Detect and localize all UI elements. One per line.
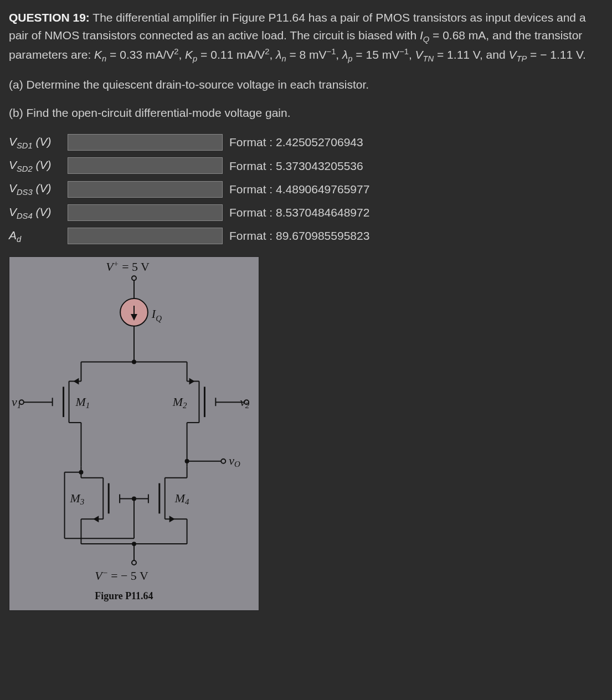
- svg-marker-18: [73, 378, 79, 385]
- answer-format-ad: Format : 89.670985595823: [227, 227, 603, 245]
- svg-text:Figure P11.64: Figure P11.64: [95, 590, 153, 601]
- answer-label-ad: Ad: [9, 227, 64, 245]
- answer-format-vds3: Format : 4.4890649765977: [227, 181, 603, 198]
- part-a-text: (a) Determine the quiescent drain-to-sou…: [9, 76, 603, 94]
- answer-label-vsd2: VSD2 (V): [9, 156, 64, 175]
- answer-label-vds4: VDS4 (V): [9, 203, 64, 222]
- part-b-text: (b) Find the open-circuit differential-m…: [9, 104, 603, 122]
- svg-text:vO: vO: [229, 454, 240, 469]
- svg-text:M1: M1: [75, 395, 90, 410]
- svg-text:V− = − 5 V: V− = − 5 V: [95, 568, 148, 583]
- svg-point-1: [132, 276, 136, 280]
- answer-input-vsd1[interactable]: [68, 134, 223, 151]
- answer-label-vsd1: VSD1 (V): [9, 133, 64, 152]
- svg-text:v1: v1: [12, 395, 21, 410]
- question-number: QUESTION 19:: [9, 11, 90, 24]
- answer-label-vds3: VDS3 (V): [9, 179, 64, 198]
- svg-text:IQ: IQ: [151, 307, 162, 323]
- answer-format-vsd2: Format : 5.373043205536: [227, 157, 603, 175]
- svg-text:V+ = 5 V: V+ = 5 V: [106, 259, 150, 274]
- svg-marker-46: [93, 516, 99, 522]
- figure-p11-64: V+ = 5 V IQ v1 M1 v2 M2 vO: [9, 256, 259, 611]
- answer-grid: VSD1 (V) Format : 2.425052706943 VSD2 (V…: [9, 133, 603, 245]
- svg-text:M4: M4: [174, 492, 189, 507]
- svg-marker-61: [169, 516, 175, 522]
- svg-point-66: [132, 560, 136, 565]
- question-text: QUESTION 19: The differential amplifier …: [9, 9, 603, 65]
- answer-format-vds4: Format : 8.5370484648972: [227, 204, 603, 222]
- answer-input-vds3[interactable]: [68, 181, 223, 198]
- answer-format-vsd1: Format : 2.425052706943: [227, 133, 603, 151]
- svg-point-53: [132, 497, 136, 501]
- svg-text:M3: M3: [70, 492, 85, 507]
- svg-point-36: [221, 459, 225, 464]
- svg-marker-30: [189, 378, 195, 385]
- circuit-diagram: V+ = 5 V IQ v1 M1 v2 M2 vO: [9, 257, 259, 610]
- answer-input-vsd2[interactable]: [68, 157, 223, 174]
- svg-text:M2: M2: [172, 395, 187, 410]
- svg-text:v2: v2: [240, 395, 250, 410]
- answer-input-ad[interactable]: [68, 228, 223, 244]
- answer-input-vds4[interactable]: [68, 204, 223, 221]
